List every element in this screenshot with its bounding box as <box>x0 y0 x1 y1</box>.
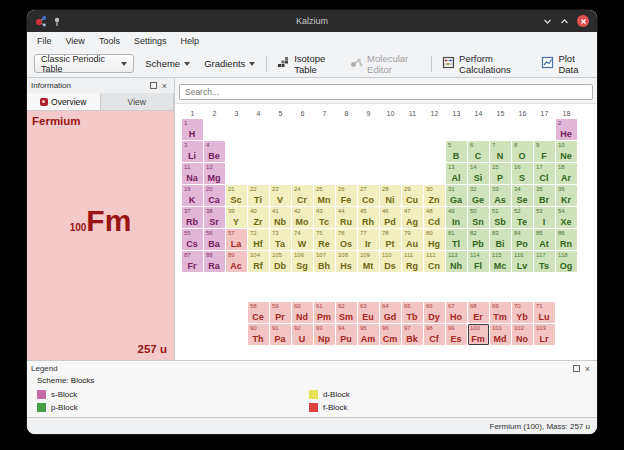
element-Tc[interactable]: 43Tc <box>314 207 335 228</box>
element-Hg[interactable]: 80Hg <box>424 229 445 250</box>
element-Rh[interactable]: 45Rh <box>358 207 379 228</box>
element-Ag[interactable]: 47Ag <box>402 207 423 228</box>
element-Zn[interactable]: 30Zn <box>424 185 445 206</box>
element-Ca[interactable]: 20Ca <box>204 185 225 206</box>
element-Pa[interactable]: 91Pa <box>270 324 291 345</box>
minimize-button[interactable] <box>543 17 552 26</box>
element-Co[interactable]: 27Co <box>358 185 379 206</box>
element-Pr[interactable]: 59Pr <box>270 302 291 323</box>
element-Be[interactable]: 4Be <box>204 141 225 162</box>
element-Au[interactable]: 79Au <box>402 229 423 250</box>
element-Ds[interactable]: 110Ds <box>380 251 401 272</box>
pin-icon[interactable] <box>53 17 62 26</box>
maximize-button[interactable] <box>560 17 569 26</box>
element-Pd[interactable]: 46Pd <box>380 207 401 228</box>
element-Sg[interactable]: 106Sg <box>292 251 313 272</box>
element-Hs[interactable]: 108Hs <box>336 251 357 272</box>
element-Re[interactable]: 75Re <box>314 229 335 250</box>
dock-close-icon[interactable]: × <box>159 80 170 91</box>
element-Sb[interactable]: 51Sb <box>490 207 511 228</box>
element-Sm[interactable]: 62Sm <box>336 302 357 323</box>
element-Te[interactable]: 52Te <box>512 207 533 228</box>
element-Pu[interactable]: 94Pu <box>336 324 357 345</box>
element-Tl[interactable]: 81Tl <box>446 229 467 250</box>
element-Sr[interactable]: 38Sr <box>204 207 225 228</box>
element-Ni[interactable]: 28Ni <box>380 185 401 206</box>
element-Nh[interactable]: 113Nh <box>446 251 467 272</box>
plot-data-button[interactable]: Plot Data <box>539 51 590 77</box>
element-Cr[interactable]: 24Cr <box>292 185 313 206</box>
element-Mt[interactable]: 109Mt <box>358 251 379 272</box>
element-Ce[interactable]: 58Ce <box>248 302 269 323</box>
element-Kr[interactable]: 36Kr <box>556 185 577 206</box>
element-Cm[interactable]: 96Cm <box>380 324 401 345</box>
element-Nd[interactable]: 60Nd <box>292 302 313 323</box>
element-Rb[interactable]: 37Rb <box>182 207 203 228</box>
element-Pb[interactable]: 82Pb <box>468 229 489 250</box>
element-Ta[interactable]: 73Ta <box>270 229 291 250</box>
search-input[interactable] <box>179 84 593 100</box>
element-Lr[interactable]: 103Lr <box>534 324 555 345</box>
element-Rg[interactable]: 111Rg <box>402 251 423 272</box>
element-Ba[interactable]: 56Ba <box>204 229 225 250</box>
element-Cf[interactable]: 98Cf <box>424 324 445 345</box>
close-button[interactable] <box>577 15 589 27</box>
element-Ga[interactable]: 31Ga <box>446 185 467 206</box>
element-Bi[interactable]: 83Bi <box>490 229 511 250</box>
element-Ho[interactable]: 67Ho <box>446 302 467 323</box>
element-Ac[interactable]: 89Ac <box>226 251 247 272</box>
element-Th[interactable]: 90Th <box>248 324 269 345</box>
element-Lu[interactable]: 71Lu <box>534 302 555 323</box>
element-Ne[interactable]: 10Ne <box>556 141 577 162</box>
element-Mn[interactable]: 25Mn <box>314 185 335 206</box>
element-Ra[interactable]: 88Ra <box>204 251 225 272</box>
gradients-dropdown[interactable]: Gradients <box>201 56 258 71</box>
element-Y[interactable]: 39Y <box>226 207 247 228</box>
element-Cd[interactable]: 48Cd <box>424 207 445 228</box>
element-No[interactable]: 102No <box>512 324 533 345</box>
element-Sc[interactable]: 21Sc <box>226 185 247 206</box>
element-K[interactable]: 19K <box>182 185 203 206</box>
table-type-selector[interactable]: Classic Periodic Table <box>34 54 134 73</box>
element-S[interactable]: 16S <box>512 163 533 184</box>
element-Es[interactable]: 99Es <box>446 324 467 345</box>
element-Cl[interactable]: 17Cl <box>534 163 555 184</box>
element-Rf[interactable]: 104Rf <box>248 251 269 272</box>
element-Sn[interactable]: 50Sn <box>468 207 489 228</box>
menu-settings[interactable]: Settings <box>127 34 174 48</box>
element-Og[interactable]: 118Og <box>556 251 577 272</box>
element-Eu[interactable]: 63Eu <box>358 302 379 323</box>
element-Mc[interactable]: 115Mc <box>490 251 511 272</box>
element-Bk[interactable]: 97Bk <box>402 324 423 345</box>
menu-tools[interactable]: Tools <box>92 34 127 48</box>
element-H[interactable]: 1H <box>182 119 203 140</box>
element-As[interactable]: 33As <box>490 185 511 206</box>
element-Er[interactable]: 68Er <box>468 302 489 323</box>
element-Pm[interactable]: 61Pm <box>314 302 335 323</box>
element-Tm[interactable]: 69Tm <box>490 302 511 323</box>
menu-file[interactable]: File <box>30 34 59 48</box>
element-He[interactable]: 2He <box>556 119 577 140</box>
element-P[interactable]: 15P <box>490 163 511 184</box>
element-Cu[interactable]: 29Cu <box>402 185 423 206</box>
element-Tb[interactable]: 65Tb <box>402 302 423 323</box>
element-Ts[interactable]: 117Ts <box>534 251 555 272</box>
element-Br[interactable]: 35Br <box>534 185 555 206</box>
tab-overview[interactable]: Overview <box>27 93 101 110</box>
element-Fr[interactable]: 87Fr <box>182 251 203 272</box>
element-Dy[interactable]: 66Dy <box>424 302 445 323</box>
element-Bh[interactable]: 107Bh <box>314 251 335 272</box>
element-C[interactable]: 6C <box>468 141 489 162</box>
element-Xe[interactable]: 54Xe <box>556 207 577 228</box>
element-Db[interactable]: 105Db <box>270 251 291 272</box>
element-Am[interactable]: 95Am <box>358 324 379 345</box>
element-Ar[interactable]: 18Ar <box>556 163 577 184</box>
element-Yb[interactable]: 70Yb <box>512 302 533 323</box>
element-In[interactable]: 49In <box>446 207 467 228</box>
element-Rn[interactable]: 86Rn <box>556 229 577 250</box>
element-Os[interactable]: 76Os <box>336 229 357 250</box>
element-Ir[interactable]: 77Ir <box>358 229 379 250</box>
element-Cn[interactable]: 112Cn <box>424 251 445 272</box>
element-At[interactable]: 85At <box>534 229 555 250</box>
element-W[interactable]: 74W <box>292 229 313 250</box>
